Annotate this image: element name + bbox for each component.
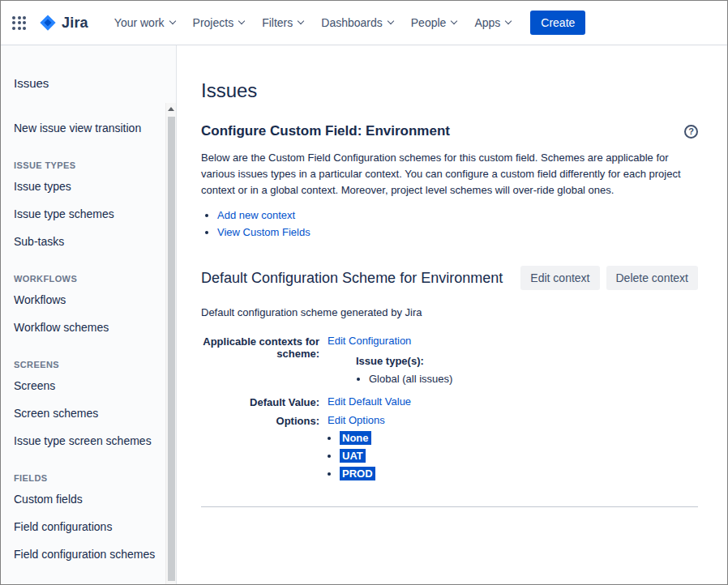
scrollbar-up-arrow-icon[interactable] — [166, 103, 176, 115]
page-title: Issues — [201, 79, 698, 102]
scheme-header: Default Configuration Scheme for Environ… — [201, 266, 698, 290]
options-list: None UAT PROD — [328, 432, 698, 480]
section-divider — [201, 506, 698, 507]
sidebar-section-fields: FIELDS — [14, 473, 161, 483]
nav-filters-label: Filters — [262, 16, 293, 29]
scrollbar-thumb[interactable] — [168, 117, 175, 581]
sidebar-item-workflows[interactable]: Workflows — [14, 286, 161, 314]
chevron-down-icon — [451, 18, 457, 24]
sidebar-item-field-configurations[interactable]: Field configurations — [14, 513, 161, 540]
options-label: Options: — [201, 414, 319, 492]
sidebar-item-issue-type-schemes[interactable]: Issue type schemes — [14, 200, 161, 228]
nav-projects[interactable]: Projects — [185, 10, 253, 36]
nav-apps[interactable]: Apps — [466, 10, 519, 36]
applicable-contexts-value: Edit Configuration Issue type(s): Global… — [328, 335, 698, 395]
nav-your-work[interactable]: Your work — [106, 10, 183, 36]
configure-field-header: Configure Custom Field: Environment ? — [201, 123, 698, 139]
default-value-label: Default Value: — [201, 395, 319, 414]
default-value-cell: Edit Default Value — [328, 395, 698, 414]
help-icon[interactable]: ? — [684, 125, 698, 139]
configure-field-description: Below are the Custom Field Configuration… — [201, 150, 697, 199]
option-none: None — [340, 431, 371, 445]
sidebar-item-sub-tasks[interactable]: Sub-tasks — [14, 228, 161, 255]
issue-types-block: Issue type(s): Global (all issues) — [356, 355, 698, 385]
list-item: None — [340, 432, 698, 444]
main-content: Issues Configure Custom Field: Environme… — [178, 45, 727, 584]
option-uat: UAT — [340, 449, 366, 463]
list-item: View Custom Fields — [217, 226, 698, 238]
sidebar-title: Issues — [14, 76, 161, 90]
list-item: PROD — [340, 468, 698, 480]
applicable-contexts-label: Applicable contexts for scheme: — [201, 335, 319, 395]
sidebar-nav-list: New issue view transition ISSUE TYPES Is… — [14, 114, 161, 568]
add-new-context-link[interactable]: Add new context — [217, 209, 295, 221]
chevron-down-icon — [298, 18, 304, 24]
jira-window: Jira Your work Projects Filters Dashboar… — [0, 0, 728, 585]
sidebar-item-new-issue-view-transition[interactable]: New issue view transition — [14, 114, 161, 142]
option-prod: PROD — [340, 467, 375, 480]
chevron-down-icon — [388, 18, 394, 24]
scheme-title: Default Configuration Scheme for Environ… — [201, 270, 503, 287]
options-cell: Edit Options None UAT PROD — [328, 414, 698, 492]
edit-options-link[interactable]: Edit Options — [328, 414, 385, 426]
create-button[interactable]: Create — [530, 11, 585, 35]
view-custom-fields-link[interactable]: View Custom Fields — [217, 226, 310, 238]
nav-dashboards-label: Dashboards — [321, 16, 383, 29]
sidebar-item-issue-type-screen-schemes[interactable]: Issue type screen schemes — [14, 427, 161, 455]
sidebar-item-issue-types[interactable]: Issue types — [14, 173, 161, 200]
chevron-down-icon — [505, 18, 512, 24]
scheme-details-grid: Applicable contexts for scheme: Edit Con… — [201, 335, 698, 492]
nav-your-work-label: Your work — [114, 16, 165, 29]
sidebar-item-custom-fields[interactable]: Custom fields — [14, 485, 161, 513]
issue-types-list: Global (all issues) — [356, 373, 698, 385]
sidebar-section-workflows: WORKFLOWS — [14, 274, 161, 284]
admin-sidebar: Issues New issue view transition ISSUE T… — [1, 45, 177, 584]
context-links-list: Add new context View Custom Fields — [206, 209, 698, 238]
chevron-down-icon — [169, 18, 175, 24]
configure-field-title: Configure Custom Field: Environment — [201, 123, 450, 139]
nav-people-label: People — [411, 16, 447, 29]
edit-configuration-link[interactable]: Edit Configuration — [328, 335, 411, 347]
jira-logo-icon — [39, 14, 57, 32]
sidebar-section-issue-types: ISSUE TYPES — [14, 160, 161, 170]
chevron-down-icon — [238, 18, 245, 24]
sidebar-section-screens: SCREENS — [14, 360, 161, 369]
top-navigation-bar: Jira Your work Projects Filters Dashboar… — [1, 1, 727, 45]
list-item: Add new context — [217, 209, 698, 221]
jira-logo-text: Jira — [62, 15, 88, 32]
nav-filters[interactable]: Filters — [254, 10, 311, 36]
list-item: UAT — [340, 450, 698, 462]
scheme-subtitle: Default configuration scheme generated b… — [201, 306, 698, 318]
nav-dashboards[interactable]: Dashboards — [313, 10, 401, 36]
delete-context-button[interactable]: Delete context — [606, 266, 699, 290]
sidebar-scrollbar[interactable] — [165, 103, 176, 584]
sidebar-item-screen-schemes[interactable]: Screen schemes — [14, 399, 161, 427]
scheme-actions: Edit context Delete context — [520, 266, 698, 290]
sidebar-item-workflow-schemes[interactable]: Workflow schemes — [14, 314, 161, 341]
sidebar-item-screens[interactable]: Screens — [14, 372, 161, 399]
app-switcher-icon[interactable] — [12, 16, 26, 30]
issue-type-global: Global (all issues) — [369, 373, 698, 385]
nav-apps-label: Apps — [474, 16, 500, 29]
nav-projects-label: Projects — [193, 16, 234, 29]
jira-logo[interactable]: Jira — [39, 14, 88, 32]
edit-context-button[interactable]: Edit context — [520, 266, 599, 290]
edit-default-value-link[interactable]: Edit Default Value — [328, 395, 411, 408]
sidebar-item-field-configuration-schemes[interactable]: Field configuration schemes — [14, 540, 161, 568]
issue-types-label: Issue type(s): — [356, 355, 424, 367]
nav-people[interactable]: People — [403, 10, 465, 36]
